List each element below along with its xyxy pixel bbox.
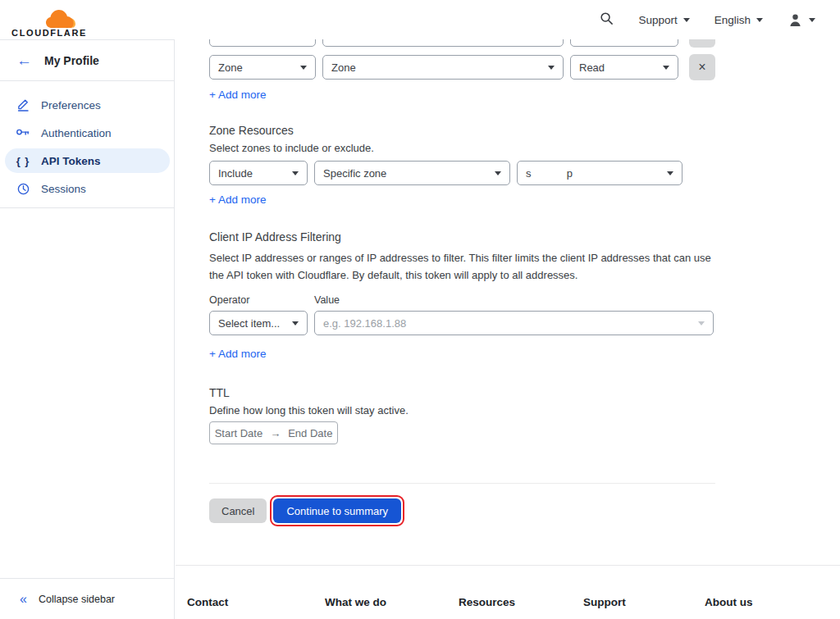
value-label: Value <box>314 294 340 306</box>
permission-row-clipped <box>209 39 717 48</box>
continue-to-summary-button[interactable]: Continue to summary <box>273 498 401 523</box>
arrow-right-icon: → <box>270 427 281 439</box>
sidebar-item-api-tokens[interactable]: { } API Tokens <box>5 148 170 173</box>
sidebar-item-sessions[interactable]: Sessions <box>5 176 170 201</box>
operator-label: Operator <box>209 294 314 306</box>
sidebar-item-preferences[interactable]: Preferences <box>5 93 170 117</box>
section-divider <box>209 483 715 484</box>
support-menu[interactable]: Support <box>638 14 689 26</box>
sidebar-item-label: Preferences <box>41 99 101 112</box>
ttl-title: TTL <box>209 386 717 399</box>
chevron-down-icon <box>698 321 705 325</box>
remove-permission-button[interactable] <box>689 39 715 48</box>
sidebar-item-authentication[interactable]: Authentication <box>5 121 170 145</box>
cloudflare-wordmark: CLOUDFLARE <box>11 28 87 38</box>
click-annotation-ring: Continue to summary <box>270 495 404 526</box>
permission-access-select[interactable] <box>570 39 678 47</box>
chevron-down-icon <box>292 321 299 325</box>
zone-name-select[interactable]: s p <box>517 161 682 185</box>
back-arrow-icon[interactable]: ← <box>16 52 32 68</box>
footer-column-resources: Resources Documentation Blog <box>459 596 583 619</box>
footer: Contact Contact support Contact sales Wh… <box>176 566 840 619</box>
footer-column-support: Support Knowledgebase Community <box>583 596 705 619</box>
sidebar: ← My Profile Preferences Authentication … <box>0 39 175 619</box>
ip-filtering-description: Select IP addresses or ranges of IP addr… <box>209 249 717 284</box>
zone-include-select[interactable]: Include <box>209 161 308 185</box>
braces-icon: { } <box>15 152 31 169</box>
chevron-down-icon <box>667 171 673 175</box>
sidebar-item-label: Sessions <box>41 183 86 195</box>
chevron-down-icon <box>663 66 669 70</box>
sidebar-item-label: API Tokens <box>41 155 101 167</box>
permission-item-select[interactable]: Zone <box>322 55 564 80</box>
footer-column-title: Contact <box>187 596 325 608</box>
collapse-sidebar-button[interactable]: « Collapse sidebar <box>0 578 174 619</box>
remove-permission-button[interactable]: × <box>689 54 715 80</box>
zone-type-value: Specific zone <box>323 167 386 180</box>
footer-column-about-us: About us Our team Careers <box>705 596 753 619</box>
page-title: My Profile <box>44 54 99 67</box>
sidebar-item-label: Authentication <box>41 127 112 139</box>
zone-resources-description: Select zones to include or exclude. <box>209 142 717 154</box>
support-label: Support <box>638 14 677 26</box>
top-nav: Support English <box>600 11 815 28</box>
double-chevron-left-icon: « <box>20 593 27 606</box>
account-menu[interactable] <box>788 12 815 28</box>
add-zone-link[interactable]: + Add more <box>209 193 266 206</box>
chevron-down-icon <box>548 66 555 70</box>
footer-column-contact: Contact Contact support Contact sales <box>187 596 325 619</box>
permission-group-select[interactable]: Zone <box>209 55 316 80</box>
footer-column-title: Support <box>583 596 705 608</box>
chevron-down-icon <box>809 18 815 22</box>
permission-group-select[interactable] <box>209 39 316 47</box>
main-content: Zone Zone Read × + Add more Zone Resourc… <box>176 39 840 619</box>
ip-filtering-row: Select item... <box>209 311 717 335</box>
ttl-description: Define how long this token will stay act… <box>209 404 717 416</box>
zone-resources-title: Zone Resources <box>209 124 717 137</box>
cloudflare-cloud-icon <box>40 10 80 28</box>
permission-group-value: Zone <box>218 61 243 74</box>
ip-filtering-labels: Operator Value <box>209 294 717 306</box>
ttl-daterange-picker[interactable]: Start Date → End Date <box>209 421 338 444</box>
cloudflare-logo[interactable]: CLOUDFLARE <box>10 10 89 38</box>
top-header: CLOUDFLARE Support English <box>0 0 840 39</box>
chevron-down-icon <box>495 171 501 175</box>
permission-item-value: Zone <box>331 61 356 74</box>
chevron-down-icon <box>300 66 307 70</box>
ip-value-input[interactable] <box>323 317 676 330</box>
zone-resources-row: Include Specific zone s p <box>209 161 717 185</box>
cancel-button[interactable]: Cancel <box>209 498 267 523</box>
permission-item-select[interactable] <box>322 39 564 47</box>
collapse-sidebar-label: Collapse sidebar <box>39 594 115 605</box>
footer-column-title: Resources <box>459 596 583 608</box>
sidebar-nav: Preferences Authentication { } API Token… <box>0 81 174 208</box>
chevron-down-icon <box>756 18 763 22</box>
add-permission-link[interactable]: + Add more <box>209 89 266 101</box>
permission-access-value: Read <box>579 61 605 74</box>
user-icon <box>788 12 803 28</box>
start-date-label: Start Date <box>215 427 263 439</box>
sidebar-header: ← My Profile <box>0 40 174 81</box>
zone-include-value: Include <box>218 167 253 180</box>
language-label: English <box>714 14 751 26</box>
ip-operator-select[interactable]: Select item... <box>209 311 308 335</box>
end-date-label: End Date <box>288 427 332 439</box>
clock-icon <box>15 180 31 197</box>
close-icon: × <box>698 60 705 75</box>
add-ip-link[interactable]: + Add more <box>209 348 266 360</box>
footer-column-title: About us <box>705 596 753 608</box>
ip-value-field[interactable] <box>314 311 714 335</box>
ip-filtering-title: Client IP Address Filtering <box>209 230 717 244</box>
permission-access-select[interactable]: Read <box>570 55 678 80</box>
search-icon[interactable] <box>600 11 614 28</box>
ip-operator-value: Select item... <box>218 317 280 330</box>
chevron-down-icon <box>683 18 690 22</box>
footer-column-title: What we do <box>325 596 459 608</box>
language-menu[interactable]: English <box>714 14 763 26</box>
zone-type-select[interactable]: Specific zone <box>314 161 510 185</box>
permission-row: Zone Zone Read × <box>209 54 717 80</box>
zone-name-value: s p <box>526 167 573 180</box>
key-icon <box>15 125 31 141</box>
footer-column-what-we-do: What we do Plans Overview <box>325 596 459 619</box>
form-actions: Cancel Continue to summary <box>209 495 717 526</box>
